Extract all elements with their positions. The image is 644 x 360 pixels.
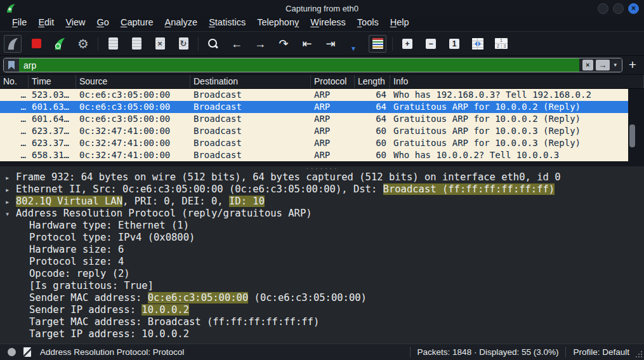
layout-button[interactable]: 1 23 <box>492 35 510 53</box>
menu-analyze[interactable]: Analyze <box>159 17 204 29</box>
collapse-arrow-icon: ▾ <box>5 208 16 220</box>
detail-line-sender-mac[interactable]: Sender MAC address: 0c:e6:c3:05:00:00 (0… <box>0 292 644 304</box>
resize-grip[interactable] <box>634 351 642 359</box>
status-separator <box>565 347 566 357</box>
zoom-out-button[interactable]: − <box>422 35 440 53</box>
restart-capture-button[interactable] <box>51 35 69 53</box>
filter-dropdown-button[interactable]: ▼ <box>612 62 619 68</box>
detail-line-opcode[interactable]: Opcode: reply (2) <box>0 268 644 280</box>
menu-bar: File Edit View Go Capture Analyze Statis… <box>0 17 644 32</box>
display-filter-input[interactable]: arp <box>19 58 579 72</box>
packet-row-selected[interactable]: …601.63…0c:e6:c3:05:00:00BroadcastARP64G… <box>0 101 628 113</box>
menu-edit[interactable]: Edit <box>32 17 60 29</box>
packet-list: …523.03…0c:e6:c3:05:00:00BroadcastARP64W… <box>0 89 644 166</box>
menu-go[interactable]: Go <box>91 17 115 29</box>
menu-tools[interactable]: Tools <box>352 17 384 29</box>
apply-filter-button[interactable]: → <box>596 60 610 70</box>
detail-line-protocol-size[interactable]: Protocol size: 4 <box>0 256 644 268</box>
status-field-info: Address Resolution Protocol: Protocol <box>40 347 184 357</box>
capture-options-button[interactable]: ⚙ <box>74 35 92 53</box>
detail-line-target-mac[interactable]: Target MAC address: Broadcast (ff:ff:ff:… <box>0 316 644 328</box>
status-packet-counts: Packets: 1848 · Displayed: 55 (3.0%) <box>417 347 559 357</box>
status-profile[interactable]: Profile: Default <box>573 347 629 357</box>
zoom-in-icon: + <box>402 39 412 49</box>
menu-capture[interactable]: Capture <box>115 17 159 29</box>
zoom-in-button[interactable]: + <box>398 35 416 53</box>
expand-arrow-icon: ▸ <box>5 172 16 184</box>
detail-line-arp[interactable]: ▾Address Resolution Protocol (reply/grat… <box>0 208 644 220</box>
capture-comment-icon[interactable] <box>23 347 31 357</box>
menu-help[interactable]: Help <box>384 17 415 29</box>
packet-list-scrollbar[interactable] <box>628 89 644 166</box>
go-forward-button[interactable]: → <box>251 35 269 53</box>
detail-line-ethernet[interactable]: ▸Ethernet II, Src: 0c:e6:c3:05:00:00 (0c… <box>0 183 644 196</box>
title-bar: Capturing from eth0 × <box>0 0 644 17</box>
packet-row[interactable]: …623.37…0c:32:47:41:00:00BroadcastARP60G… <box>0 125 628 137</box>
start-capture-button[interactable] <box>4 35 22 53</box>
filter-bookmark-button[interactable] <box>4 58 19 72</box>
save-file-icon <box>132 37 141 50</box>
pane-splitter[interactable]: ······· <box>0 166 644 171</box>
stop-capture-button[interactable] <box>27 35 45 53</box>
resize-columns-icon <box>472 38 483 50</box>
filter-value: arp <box>23 60 36 70</box>
detail-line-hardware-size[interactable]: Hardware size: 6 <box>0 244 644 256</box>
close-file-button[interactable]: × <box>151 35 169 53</box>
packet-row[interactable]: …523.03…0c:e6:c3:05:00:00BroadcastARP64W… <box>0 89 628 101</box>
detail-line-target-ip[interactable]: Target IP address: 10.0.0.2 <box>0 328 644 340</box>
start-capture-fin-icon <box>6 37 20 51</box>
auto-scroll-button[interactable]: ▼ <box>345 35 363 53</box>
expert-info-icon[interactable] <box>8 348 16 356</box>
save-file-button[interactable] <box>128 35 145 53</box>
find-packet-button[interactable] <box>204 35 222 53</box>
menu-view[interactable]: View <box>60 17 91 29</box>
resize-columns-button[interactable] <box>469 35 487 53</box>
clear-filter-button[interactable]: × <box>582 60 593 70</box>
detail-line-sender-ip[interactable]: Sender IP address: 10.0.0.2 <box>0 304 644 316</box>
goto-arrow-icon: ↷ <box>279 38 288 50</box>
column-header-source[interactable]: Source <box>76 75 190 88</box>
colorize-packets-button[interactable] <box>369 35 386 53</box>
packet-row[interactable]: …658.31…0c:32:47:41:00:00BroadcastARP60W… <box>0 149 628 161</box>
close-button[interactable]: × <box>628 3 639 14</box>
back-arrow-icon: ← <box>231 38 242 50</box>
expand-arrow-icon: ▸ <box>5 184 16 196</box>
previous-packet-button[interactable]: ⇤ <box>298 35 316 53</box>
go-back-button[interactable]: ← <box>228 35 246 53</box>
scrollbar-thumb[interactable] <box>629 124 635 147</box>
open-file-icon <box>108 37 118 50</box>
column-header-time[interactable]: Time <box>29 75 76 88</box>
column-header-no[interactable]: No. <box>0 75 29 88</box>
packet-row[interactable]: …623.37…0c:32:47:41:00:00BroadcastARP60G… <box>0 137 628 149</box>
detail-line-protocol-type[interactable]: Protocol type: IPv4 (0x0800) <box>0 232 644 244</box>
packet-row[interactable]: …601.64…0c:e6:c3:05:00:00BroadcastARP64G… <box>0 113 628 125</box>
colorize-icon <box>372 38 383 49</box>
open-file-button[interactable] <box>104 35 122 53</box>
detail-line-frame[interactable]: ▸Frame 932: 64 bytes on wire (512 bits),… <box>0 171 644 183</box>
zoom-original-button[interactable]: 1 <box>445 35 463 53</box>
status-separator <box>410 347 411 357</box>
column-header-protocol[interactable]: Protocol <box>311 75 355 88</box>
reload-file-button[interactable]: ↻ <box>174 35 192 53</box>
column-header-info[interactable]: Info <box>390 75 644 88</box>
column-header-length[interactable]: Length <box>355 75 390 88</box>
minimize-button[interactable] <box>598 3 608 14</box>
menu-telephony[interactable]: Telephony <box>251 17 305 29</box>
menu-wireless[interactable]: Wireless <box>305 17 352 29</box>
detail-line-hardware-type[interactable]: Hardware type: Ethernet (1) <box>0 220 644 232</box>
next-packet-icon: ⇥ <box>325 38 335 50</box>
menu-file[interactable]: File <box>6 17 32 29</box>
window-title: Capturing from eth0 <box>0 4 644 13</box>
go-to-packet-button[interactable]: ↷ <box>275 35 292 53</box>
detail-line-is-gratuitous[interactable]: [Is gratuitous: True] <box>0 280 644 292</box>
add-filter-button[interactable]: + <box>622 58 639 72</box>
expand-arrow-icon: ▸ <box>5 196 16 208</box>
menu-statistics[interactable]: Statistics <box>203 17 251 29</box>
clear-icon: × <box>586 62 589 69</box>
next-packet-button[interactable]: ⇥ <box>322 35 339 53</box>
column-header-destination[interactable]: Destination <box>190 75 311 88</box>
maximize-button[interactable] <box>613 3 624 14</box>
plus-icon: + <box>629 57 636 72</box>
gear-icon: ⚙ <box>77 37 89 50</box>
detail-line-vlan[interactable]: ▸802.1Q Virtual LAN, PRI: 0, DEI: 0, ID:… <box>0 196 644 208</box>
